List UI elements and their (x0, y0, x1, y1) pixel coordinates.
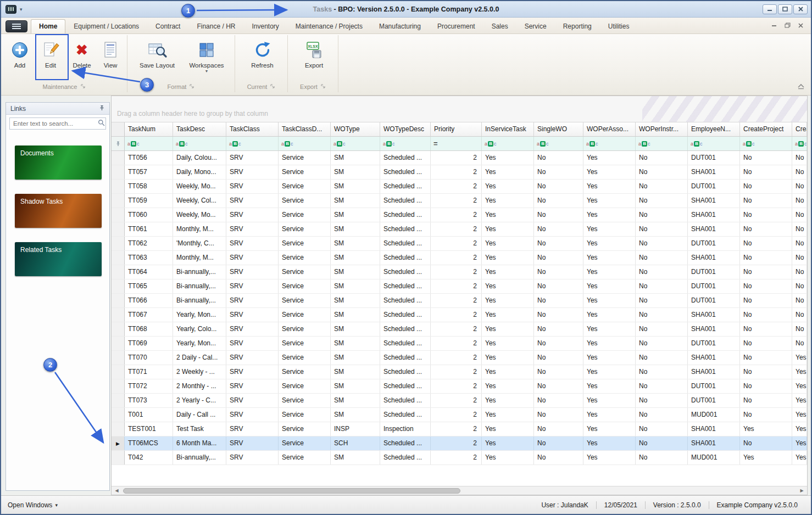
scroll-right-icon[interactable]: ▶ (798, 488, 806, 494)
scrollbar-thumb[interactable] (123, 488, 460, 494)
tab-maintenance-projects[interactable]: Maintenance / Projects (287, 19, 371, 33)
save-layout-button[interactable]: Save Layout (136, 37, 178, 69)
filter-cell-priority[interactable]: = (431, 137, 482, 150)
column-header-crea[interactable]: Crea... (792, 122, 807, 136)
edit-button[interactable]: Edit (35, 37, 66, 69)
table-row-test001[interactable]: TEST001Test TaskSRVServiceINSPInspection… (112, 422, 807, 436)
open-windows-button[interactable]: Open Windows ▾ (1, 501, 58, 509)
filter-cell-employeen[interactable]: aBc (688, 137, 740, 150)
sidebar-item-shadow-tasks[interactable]: Shadow Tasks (15, 194, 102, 228)
table-row-tt063[interactable]: TT063Monthly, M...SRVServiceSMScheduled … (112, 251, 807, 265)
filter-cell-woperinstr[interactable]: aBc (636, 137, 688, 150)
table-row-t001[interactable]: T001Daily - Call ...SRVServiceSMSchedule… (112, 408, 807, 422)
table-row-tt071[interactable]: TT0712 Weekly - ...SRVServiceSMScheduled… (112, 365, 807, 379)
filter-cell-taskclass[interactable]: aBc (226, 137, 279, 150)
dialog-launcher-icon[interactable] (321, 83, 326, 90)
table-row-tt060[interactable]: TT060Weekly, Mo...SRVServiceSMScheduled … (112, 208, 807, 222)
cell-createproject: No (740, 265, 792, 279)
column-header-employeen[interactable]: EmployeeN... (688, 122, 740, 136)
filter-row-pin-icon (112, 137, 125, 150)
table-row-tt06mcs[interactable]: ▶TT06MCS6 Month Ma...SRVServiceSCHSchedu… (112, 436, 807, 451)
dialog-launcher-icon[interactable] (81, 83, 86, 90)
table-row-tt070[interactable]: TT0702 Daily - Cal...SRVServiceSMSchedul… (112, 351, 807, 365)
table-row-tt073[interactable]: TT0732 Yearly - C...SRVServiceSMSchedule… (112, 394, 807, 408)
ribbon-close-icon[interactable] (798, 20, 803, 30)
dialog-launcher-icon[interactable] (270, 83, 275, 90)
filter-cell-taskdesc[interactable]: aBc (173, 137, 226, 150)
sidebar-item-documents[interactable]: Documents (15, 145, 102, 180)
table-row-tt066[interactable]: TT066Bi-annually,...SRVServiceSMSchedule… (112, 294, 807, 308)
scrollbar-track[interactable] (122, 488, 797, 494)
column-header-wotypedesc[interactable]: WOTypeDesc (380, 122, 431, 136)
table-row-tt056[interactable]: TT056Daily, Colou...SRVServiceSMSchedule… (112, 151, 807, 165)
filter-cell-taskclassd[interactable]: aBc (279, 137, 331, 150)
column-header-taskdesc[interactable]: TaskDesc (173, 122, 226, 136)
table-row-tt059[interactable]: TT059Weekly, Col...SRVServiceSMScheduled… (112, 194, 807, 208)
column-header-createproject[interactable]: CreateProject (740, 122, 792, 136)
search-icon[interactable] (98, 119, 105, 128)
minimize-button[interactable] (763, 4, 777, 14)
scroll-left-icon[interactable]: ◀ (113, 488, 121, 494)
tab-inventory[interactable]: Inventory (243, 19, 287, 33)
filter-cell-singlewo[interactable]: aBc (534, 137, 583, 150)
column-header-wotype[interactable]: WOType (331, 122, 380, 136)
column-header-singlewo[interactable]: SingleWO (534, 122, 583, 136)
tab-procurement[interactable]: Procurement (429, 19, 483, 33)
cell-wotype: SM (331, 265, 380, 279)
column-header-tasknum[interactable]: TaskNum (125, 122, 173, 136)
table-row-tt058[interactable]: TT058Weekly, Mo...SRVServiceSMScheduled … (112, 180, 807, 194)
tab-manufacturing[interactable]: Manufacturing (371, 19, 429, 33)
tab-reporting[interactable]: Reporting (555, 19, 600, 33)
ribbon-minimize-icon[interactable] (771, 20, 777, 30)
filter-cell-wotype[interactable]: aBc (331, 137, 380, 150)
column-header-woperinstr[interactable]: WOPerInstr... (636, 122, 688, 136)
filter-cell-wotypedesc[interactable]: aBc (380, 137, 431, 150)
cell-taskdesc: Daily, Mono... (173, 165, 226, 179)
export-button[interactable]: XLSX Export (298, 37, 330, 69)
tab-utilities[interactable]: Utilities (600, 19, 638, 33)
filter-cell-woperasso[interactable]: aBc (583, 137, 636, 150)
table-row-tt061[interactable]: TT061Monthly, M...SRVServiceSMScheduled … (112, 222, 807, 237)
column-header-taskclass[interactable]: TaskClass (226, 122, 279, 136)
pin-icon[interactable] (99, 105, 105, 113)
column-header-taskclassd[interactable]: TaskClassD... (279, 122, 331, 136)
tab-equipment-locations[interactable]: Equipment / Locations (65, 19, 147, 33)
dialog-launcher-icon[interactable] (190, 83, 194, 90)
maximize-button[interactable] (778, 4, 792, 14)
tab-finance-hr[interactable]: Finance / HR (188, 19, 243, 33)
view-button[interactable]: View (98, 37, 123, 69)
group-by-panel[interactable]: Drag a column header here to group by th… (112, 96, 807, 122)
filter-cell-tasknum[interactable]: aBc (125, 137, 173, 150)
search-input[interactable] (13, 120, 98, 127)
column-header-priority[interactable]: Priority (431, 122, 482, 136)
table-row-t042[interactable]: T042Bi-annually,...SRVServiceSMScheduled… (112, 451, 807, 465)
table-row-tt057[interactable]: TT057Daily, Mono...SRVServiceSMScheduled… (112, 165, 807, 180)
horizontal-scrollbar[interactable]: ◀ ▶ (112, 486, 807, 495)
filter-cell-crea[interactable]: aBc (792, 137, 807, 150)
quick-access-dropdown-icon[interactable]: ▾ (20, 7, 23, 12)
table-row-tt067[interactable]: TT067Yearly, Mon...SRVServiceSMScheduled… (112, 308, 807, 322)
collapse-ribbon-icon[interactable] (797, 82, 805, 92)
column-header-woperasso[interactable]: WOPerAsso... (583, 122, 636, 136)
add-button[interactable]: Add (7, 37, 33, 69)
refresh-button[interactable]: Refresh (246, 37, 280, 69)
ribbon-restore-icon[interactable] (785, 20, 791, 30)
table-row-tt062[interactable]: TT062'Monthly, C...SRVServiceSMScheduled… (112, 237, 807, 251)
close-button[interactable] (793, 4, 808, 14)
tab-contract[interactable]: Contract (147, 19, 188, 33)
sidebar-item-related-tasks[interactable]: Related Tasks (15, 242, 102, 276)
column-header-inservicetask[interactable]: InServiceTask (482, 122, 534, 136)
tab-sales[interactable]: Sales (483, 19, 516, 33)
filter-cell-inservicetask[interactable]: aBc (482, 137, 534, 150)
table-row-tt072[interactable]: TT0722 Monthly - ...SRVServiceSMSchedule… (112, 379, 807, 394)
tab-service[interactable]: Service (516, 19, 555, 33)
table-row-tt068[interactable]: TT068Yearly, Colo...SRVServiceSMSchedule… (112, 322, 807, 337)
table-row-tt069[interactable]: TT069Yearly, Mon...SRVServiceSMScheduled… (112, 337, 807, 351)
app-menu-button[interactable] (5, 20, 27, 32)
table-row-tt064[interactable]: TT064Bi-annually,...SRVServiceSMSchedule… (112, 265, 807, 279)
filter-cell-createproject[interactable]: aBc (740, 137, 792, 150)
workspaces-button[interactable]: Workspaces ▼ (186, 37, 227, 73)
tab-home[interactable]: Home (31, 19, 65, 33)
table-row-tt065[interactable]: TT065Bi-annually,...SRVServiceSMSchedule… (112, 279, 807, 294)
delete-button[interactable]: ✖ Delete (68, 37, 96, 69)
